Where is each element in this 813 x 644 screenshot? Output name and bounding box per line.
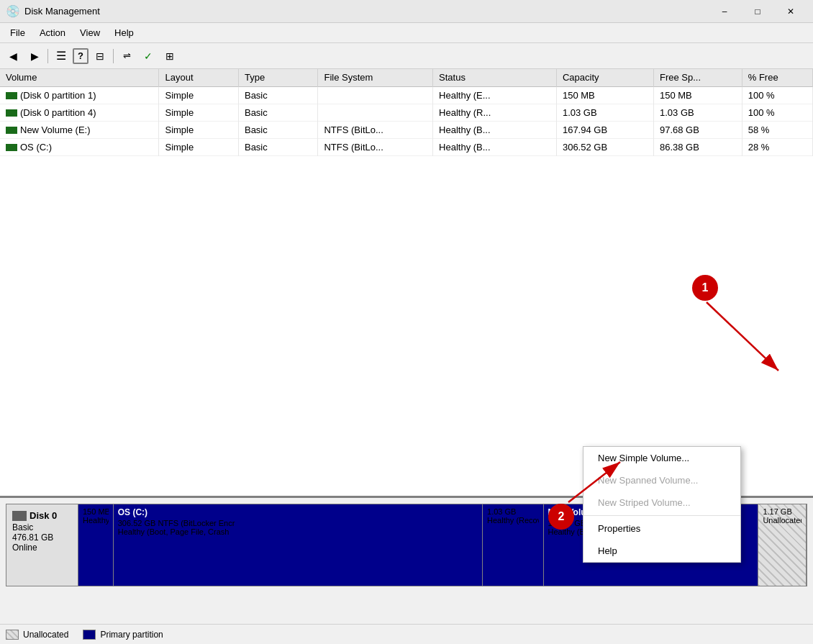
disk-name: Disk 0 xyxy=(29,510,57,521)
cell-filesystem: NTFS (BitLo... xyxy=(318,121,433,138)
legend-unallocated: Unallocated xyxy=(6,630,68,640)
cell-filesystem xyxy=(318,104,433,121)
cell-layout: Simple xyxy=(159,138,238,155)
status-bar: Unallocated Primary partition xyxy=(0,624,813,644)
cell-status: Healthy (B... xyxy=(433,121,557,138)
partition-p2[interactable]: OS (C:)306.52 GB NTFS (BitLocker EncrHea… xyxy=(114,504,483,586)
window-title: Disk Management xyxy=(24,6,708,17)
row-icon xyxy=(6,127,17,134)
col-volume[interactable]: Volume xyxy=(0,69,159,86)
partition-size: 1.03 GB xyxy=(487,507,538,516)
menu-file[interactable]: File xyxy=(3,24,32,41)
legend-primary-box xyxy=(83,630,96,640)
maximize-button[interactable]: □ xyxy=(741,0,774,23)
app-icon: 💿 xyxy=(6,4,20,18)
col-free[interactable]: Free Sp... xyxy=(653,69,742,86)
title-bar: 💿 Disk Management – □ ✕ xyxy=(0,0,813,23)
menu-help[interactable]: Help xyxy=(107,24,141,41)
list-view-button[interactable]: ☰ xyxy=(51,46,71,66)
partition-size: 150 MB xyxy=(83,507,109,516)
cell-capacity: 1.03 GB xyxy=(556,104,653,121)
context-menu: New Simple Volume...New Spanned Volume..… xyxy=(583,446,741,563)
table-row[interactable]: New Volume (E:)SimpleBasicNTFS (BitLo...… xyxy=(0,121,813,138)
forward-button[interactable]: ▶ xyxy=(24,46,45,66)
context-menu-item[interactable]: Help xyxy=(583,540,740,562)
context-menu-item: New Spanned Volume... xyxy=(583,469,740,491)
disk-status: Online xyxy=(12,543,72,553)
cell-percent: 100 % xyxy=(742,86,812,104)
partition-detail1: Healthy (Recove xyxy=(487,516,538,525)
col-capacity[interactable]: Capacity xyxy=(556,69,653,86)
cell-percent: 58 % xyxy=(742,121,812,138)
col-type[interactable]: Type xyxy=(238,69,317,86)
disk-size: 476.81 GB xyxy=(12,532,72,543)
cell-type: Basic xyxy=(238,86,317,104)
context-menu-item[interactable]: New Simple Volume... xyxy=(583,447,740,469)
partition-p3[interactable]: 1.03 GBHealthy (Recove xyxy=(483,504,543,586)
cell-status: Healthy (R... xyxy=(433,104,557,121)
table-row[interactable]: OS (C:)SimpleBasicNTFS (BitLo...Healthy … xyxy=(0,138,813,155)
cell-free: 97.68 GB xyxy=(653,121,742,138)
col-layout[interactable]: Layout xyxy=(159,69,238,86)
legend-unallocated-box xyxy=(6,630,19,640)
close-button[interactable]: ✕ xyxy=(774,0,807,23)
table-row[interactable]: (Disk 0 partition 1)SimpleBasicHealthy (… xyxy=(0,86,813,104)
menu-bar: File Action View Help xyxy=(0,23,813,43)
cell-type: Basic xyxy=(238,138,317,155)
cell-free: 150 MB xyxy=(653,86,742,104)
cell-type: Basic xyxy=(238,121,317,138)
col-filesystem[interactable]: File System xyxy=(318,69,433,86)
check-button[interactable]: ✓ xyxy=(138,46,158,66)
cell-volume: OS (C:) xyxy=(0,138,159,155)
cell-status: Healthy (E... xyxy=(433,86,557,104)
help-button[interactable]: ? xyxy=(73,48,88,64)
cell-layout: Simple xyxy=(159,86,238,104)
cell-percent: 28 % xyxy=(742,138,812,155)
cell-volume: (Disk 0 partition 1) xyxy=(0,86,159,104)
context-menu-item: New Striped Volume... xyxy=(583,491,740,514)
annotation-2: 2 xyxy=(548,504,574,530)
partition-detail1: Unallocated xyxy=(763,516,801,525)
console-button[interactable]: ⊟ xyxy=(90,46,110,66)
table-row[interactable]: (Disk 0 partition 4)SimpleBasicHealthy (… xyxy=(0,104,813,121)
cell-capacity: 150 MB xyxy=(556,86,653,104)
cell-free: 86.38 GB xyxy=(653,138,742,155)
partition-detail1: Healthy (Boot, Page File, Crash xyxy=(118,527,478,536)
cell-type: Basic xyxy=(238,104,317,121)
context-menu-separator xyxy=(583,515,740,516)
row-icon xyxy=(6,92,17,99)
disk-table-pane: Volume Layout Type File System Status Ca… xyxy=(0,69,813,498)
legend-primary-label: Primary partition xyxy=(100,630,163,640)
row-icon xyxy=(6,144,17,151)
export-button[interactable]: ⊞ xyxy=(160,46,180,66)
row-icon xyxy=(6,109,17,117)
cell-volume: (Disk 0 partition 4) xyxy=(0,104,159,121)
cell-filesystem: NTFS (BitLo... xyxy=(318,138,433,155)
cell-percent: 100 % xyxy=(742,104,812,121)
partition-size: 1.17 GB xyxy=(763,507,801,516)
back-button[interactable]: ◀ xyxy=(3,46,23,66)
col-percent[interactable]: % Free xyxy=(742,69,812,86)
menu-action[interactable]: Action xyxy=(32,24,73,41)
col-status[interactable]: Status xyxy=(433,69,557,86)
disk-label: Disk 0 Basic 476.81 GB Online xyxy=(6,504,78,586)
toolbar: ◀ ▶ ☰ ? ⊟ ⇌ ✓ ⊞ xyxy=(0,43,813,69)
disk-table: Volume Layout Type File System Status Ca… xyxy=(0,69,813,156)
cell-volume: New Volume (E:) xyxy=(0,121,159,138)
cell-status: Healthy (B... xyxy=(433,138,557,155)
cell-free: 1.03 GB xyxy=(653,104,742,121)
minimize-button[interactable]: – xyxy=(708,0,741,23)
partition-p5[interactable]: 1.17 GBUnallocated xyxy=(758,504,807,586)
partition-name: OS (C:) xyxy=(118,507,478,517)
disk-label-icon xyxy=(12,511,27,521)
partition-p1[interactable]: 150 MBHealthy (El xyxy=(78,504,114,586)
cell-filesystem xyxy=(318,86,433,104)
connect-button[interactable]: ⇌ xyxy=(117,46,137,66)
cell-capacity: 167.94 GB xyxy=(556,121,653,138)
menu-view[interactable]: View xyxy=(73,24,107,41)
disk-type: Basic xyxy=(12,522,72,532)
cell-capacity: 306.52 GB xyxy=(556,138,653,155)
partition-detail1: Healthy (El xyxy=(83,516,109,525)
context-menu-item[interactable]: Properties xyxy=(583,517,740,540)
annotation-1: 1 xyxy=(692,275,718,301)
